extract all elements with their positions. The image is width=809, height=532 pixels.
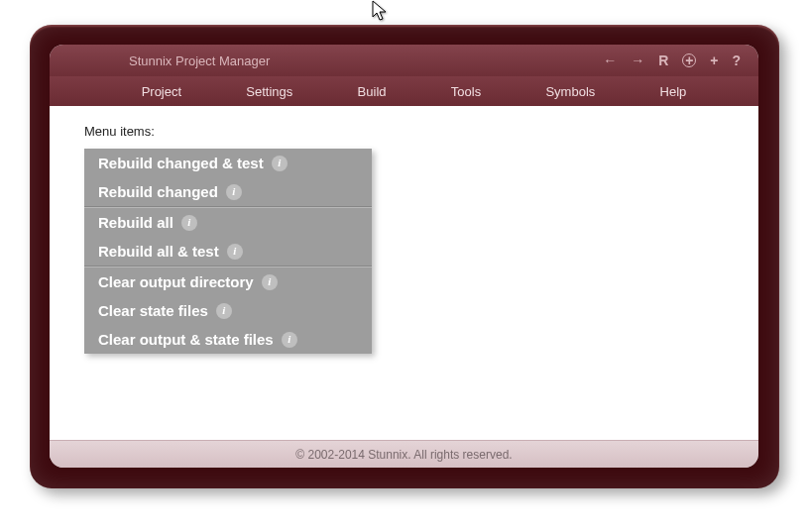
menu-build[interactable]: Build xyxy=(348,80,397,103)
app-panel: Stunnix Project Manager ← → R + ? Projec… xyxy=(50,45,758,468)
menu-item-label: Clear output & state files xyxy=(98,331,274,348)
menu-symbols[interactable]: Symbols xyxy=(535,80,605,103)
menubar: Project Settings Build Tools Symbols Hel… xyxy=(50,76,758,106)
menu-help[interactable]: Help xyxy=(650,80,697,103)
menu-tools[interactable]: Tools xyxy=(441,80,491,103)
menu-item-rebuild-changed[interactable]: Rebuild changed xyxy=(84,177,372,206)
app-title: Stunnix Project Manager xyxy=(129,53,270,68)
menu-list: Rebuild changed & test Rebuild changed R… xyxy=(84,149,372,354)
menu-item-rebuild-changed-test[interactable]: Rebuild changed & test xyxy=(84,149,372,177)
reload-icon[interactable]: R xyxy=(658,53,668,68)
info-icon[interactable] xyxy=(262,274,278,290)
menu-item-rebuild-all[interactable]: Rebuild all xyxy=(84,208,372,237)
menu-group: Rebuild all Rebuild all & test xyxy=(84,207,372,266)
menu-item-rebuild-all-test[interactable]: Rebuild all & test xyxy=(84,237,372,266)
menu-item-label: Rebuild changed xyxy=(98,183,218,200)
footer: © 2002-2014 Stunnix. All rights reserved… xyxy=(50,440,758,468)
menu-settings[interactable]: Settings xyxy=(236,80,302,103)
info-icon[interactable] xyxy=(272,156,288,171)
menu-item-label: Rebuild changed & test xyxy=(98,155,264,171)
add-icon[interactable]: + xyxy=(710,53,718,68)
help-icon[interactable]: ? xyxy=(732,53,741,68)
menu-group: Clear output directory Clear state files… xyxy=(84,266,372,354)
menu-items-heading: Menu items: xyxy=(84,124,724,139)
info-icon[interactable] xyxy=(216,303,232,319)
info-icon[interactable] xyxy=(181,215,197,231)
back-icon[interactable]: ← xyxy=(603,53,617,68)
menu-item-label: Rebuild all xyxy=(98,214,173,231)
menu-item-clear-output-state[interactable]: Clear output & state files xyxy=(84,325,372,354)
cursor-icon xyxy=(372,0,390,28)
forward-icon[interactable]: → xyxy=(631,53,644,68)
menu-item-label: Clear state files xyxy=(98,302,208,319)
app-header: Stunnix Project Manager ← → R + ? xyxy=(50,45,758,76)
info-icon[interactable] xyxy=(282,332,297,348)
menu-item-label: Clear output directory xyxy=(98,273,254,290)
content-area: Menu items: Rebuild changed & test Rebui… xyxy=(50,106,758,440)
menu-group: Rebuild changed & test Rebuild changed xyxy=(84,149,372,207)
info-icon[interactable] xyxy=(226,184,242,200)
menu-item-clear-output-dir[interactable]: Clear output directory xyxy=(84,267,372,296)
add-circle-icon[interactable] xyxy=(682,53,696,67)
header-icons: ← → R + ? xyxy=(603,53,741,68)
info-icon[interactable] xyxy=(227,244,243,260)
menu-project[interactable]: Project xyxy=(132,80,191,103)
footer-text: © 2002-2014 Stunnix. All rights reserved… xyxy=(295,448,512,462)
menu-item-label: Rebuild all & test xyxy=(98,243,219,260)
menu-item-clear-state-files[interactable]: Clear state files xyxy=(84,296,372,325)
